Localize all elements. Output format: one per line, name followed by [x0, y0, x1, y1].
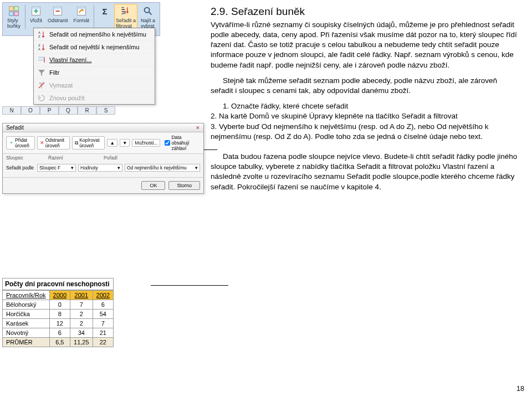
table-row: Novotný 6 34 21	[3, 328, 114, 338]
ribbon-label: Formát	[74, 18, 90, 23]
delete-cells-icon	[52, 5, 64, 17]
button-label: Možnosti...	[135, 140, 157, 146]
menu-item-label: Znovu použít	[49, 95, 85, 101]
button-label: OK	[150, 183, 157, 188]
sort-on-select[interactable]: Hodnoty▾	[78, 164, 122, 172]
paragraph: Vytváříme-li různé seznamy či soupisky č…	[211, 20, 521, 70]
table-row: Horčička 8 2 54	[3, 310, 114, 319]
ribbon-label: Vložit	[30, 18, 42, 23]
table-cell: 7	[70, 300, 93, 310]
button-label: Storno	[177, 183, 192, 188]
ribbon-button-styly[interactable]: Styly buňky	[5, 4, 23, 30]
document-text: 2.9. Seřazení buněk Vytváříme-li různé s…	[211, 4, 521, 198]
sheet-column-header[interactable]: R	[78, 106, 96, 115]
custom-sort-icon	[37, 55, 46, 64]
ribbon-button-vlozit[interactable]: Vložit	[28, 4, 44, 30]
table-cell: Karásek	[3, 319, 50, 328]
checkbox-label: Data obsahují záhlaví	[171, 135, 200, 151]
table-cell: 7	[93, 319, 113, 328]
ribbon-label: Najít a vybrat	[141, 18, 155, 29]
sort-desc-icon: ZA	[37, 43, 46, 51]
insert-cells-icon	[30, 5, 42, 17]
menu-item-label: Filtr	[49, 69, 59, 76]
button-label: Odstranit úroveň	[45, 137, 67, 148]
menu-item-filter[interactable]: Filtr	[34, 66, 155, 79]
page-number: 18	[516, 385, 524, 393]
sort-dropdown-menu: AZ Seřadit od nejmenšího k největšímu ZA…	[33, 28, 155, 105]
ribbon-button-format[interactable]: Formát	[71, 4, 92, 30]
ribbon-button-sort-filter[interactable]: Seřadit a filtrovat	[114, 4, 137, 30]
sort-filter-icon	[120, 5, 132, 17]
table-cell: 34	[70, 328, 93, 338]
table-header: 2002	[93, 291, 113, 300]
close-icon[interactable]: ✕	[196, 125, 200, 131]
move-down-button[interactable]: ▼	[120, 139, 130, 147]
ribbon-label: Styly buňky	[7, 18, 21, 29]
filter-icon	[37, 68, 46, 77]
ribbon-label: Odstranit	[48, 18, 68, 23]
table-row-average: PRŮMĚR 6,5 11,25 22	[3, 338, 114, 347]
table-cell: 6,5	[49, 338, 70, 347]
dialog-column-header: Sloupec	[6, 155, 48, 161]
ok-button[interactable]: OK	[141, 181, 165, 190]
select-value: Od nejmenšího k největšímu	[127, 165, 187, 171]
sheet-column-header[interactable]: Q	[59, 106, 78, 115]
svg-point-10	[145, 8, 150, 13]
table-cell: 6	[93, 300, 113, 310]
sort-order-select[interactable]: Od nejmenšího k největšímu▾	[125, 164, 200, 172]
cell-styles-icon	[8, 5, 20, 17]
table-cell: 11,25	[70, 338, 93, 347]
svg-rect-16	[38, 59, 44, 61]
sort-by-label: Seřadit podle	[6, 164, 35, 172]
svg-rect-15	[38, 56, 44, 58]
add-level-button[interactable]: ＋Přidat úroveň	[6, 136, 35, 149]
ribbon-label: Seřadit a filtrovat	[116, 18, 136, 29]
chevron-down-icon: ▾	[71, 165, 74, 171]
table-cell: PRŮMĚR	[3, 338, 50, 347]
sort-column-select[interactable]: Sloupec F▾	[37, 164, 76, 172]
paragraph: Stejně tak můžeme seřadit seznam podle a…	[211, 76, 521, 96]
table-caption: Počty dní pracovní neschopnosti	[2, 278, 114, 290]
table-cell: 12	[49, 319, 70, 328]
arrow-down-icon: ▼	[122, 140, 127, 146]
table-row: Bělohorský 0 7 6	[3, 300, 114, 310]
table-cell: 8	[49, 310, 70, 319]
menu-item-label: Vlastní řazení...	[49, 56, 91, 63]
table-cell: 0	[49, 300, 70, 310]
table-cell: Novotný	[3, 328, 50, 338]
svg-rect-2	[9, 12, 13, 16]
menu-item-sort-desc[interactable]: ZA Seřadit od největší k nejmenšímu	[34, 40, 155, 53]
sheet-column-header[interactable]: N	[2, 106, 21, 115]
table-cell: 6	[49, 328, 70, 338]
table-header: 2001	[70, 291, 93, 300]
dialog-column-header: Řazení	[48, 155, 104, 161]
sheet-column-header[interactable]: P	[40, 106, 59, 115]
x-icon: ✕	[40, 140, 44, 146]
table-cell: 22	[93, 338, 113, 347]
sheet-column-header[interactable]: O	[21, 106, 40, 115]
autosum-icon: Σ	[99, 5, 111, 17]
menu-item-custom-sort[interactable]: Vlastní řazení...	[34, 53, 155, 66]
ribbon-button-autosum[interactable]: Σ	[96, 4, 113, 30]
copy-level-button[interactable]: ⧉Kopírovat úroveň	[72, 136, 105, 149]
table-cell: 21	[93, 328, 113, 338]
header-checkbox[interactable]: Data obsahují záhlaví	[165, 135, 200, 151]
svg-text:Z: Z	[38, 35, 40, 38]
delete-level-button[interactable]: ✕Odstranit úroveň	[37, 136, 70, 149]
svg-text:A: A	[38, 48, 40, 51]
clear-filter-icon	[37, 81, 46, 90]
svg-rect-1	[14, 7, 18, 11]
find-icon	[142, 5, 154, 17]
sheet-column-header[interactable]: S	[96, 106, 115, 115]
checkbox-input[interactable]	[165, 140, 170, 146]
plus-icon: ＋	[9, 140, 14, 146]
menu-item-label: Seřadit od nejmenšího k největšímu	[49, 31, 146, 38]
dialog-titlebar: Seřadit ✕	[3, 123, 203, 132]
sort-dialog: Seřadit ✕ ＋Přidat úroveň ✕Odstranit úrov…	[2, 123, 204, 194]
ribbon-button-find[interactable]: Najít a vybrat	[139, 4, 157, 30]
menu-item-sort-asc[interactable]: AZ Seřadit od nejmenšího k největšímu	[34, 28, 155, 40]
cancel-button[interactable]: Storno	[168, 181, 200, 190]
move-up-button[interactable]: ▲	[107, 139, 117, 147]
options-button[interactable]: Možnosti...	[132, 139, 160, 147]
ribbon-button-odstranit[interactable]: Odstranit	[45, 4, 70, 30]
